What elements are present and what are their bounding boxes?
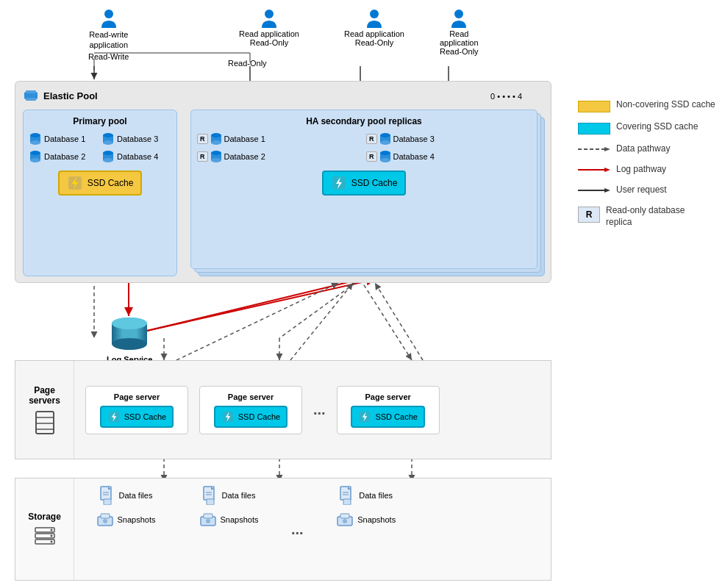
ha-pool-title: HA secondary pool replicas bbox=[197, 116, 531, 126]
readonly-bracket-label: Read-Only bbox=[228, 59, 267, 68]
primary-db-grid: Database 1 Database 3 bbox=[29, 132, 171, 163]
page-servers-label-col: Pageservers bbox=[15, 361, 74, 459]
read-app-2-group: Read application Read-Only bbox=[344, 7, 404, 47]
readwrite-app-group: Read-writeapplication Read-Write bbox=[88, 7, 129, 61]
legend-swatch-cyan bbox=[578, 123, 610, 135]
svg-rect-82 bbox=[101, 514, 110, 518]
legend-swatch-yellow bbox=[578, 101, 610, 112]
lightning-icon-primary bbox=[67, 176, 83, 190]
read-app-1-group: Read application Read-Only bbox=[239, 7, 299, 47]
server-icon bbox=[35, 410, 55, 435]
replica-range: 0 • • • • 4 bbox=[490, 92, 522, 101]
svg-point-24 bbox=[454, 10, 463, 18]
db2-label: Database 2 bbox=[44, 152, 85, 161]
svg-marker-99 bbox=[604, 147, 610, 151]
person-icon-r1 bbox=[258, 7, 280, 29]
cylinder-icon bbox=[110, 316, 150, 353]
legend-non-covering: Non-covering SSD cache bbox=[578, 99, 718, 112]
snapshots-1-label: Snapshots bbox=[118, 515, 156, 524]
ha-db-1: R Database 1 bbox=[197, 132, 362, 146]
page-servers-label: Pageservers bbox=[29, 385, 60, 406]
db-icon-2 bbox=[29, 150, 41, 163]
ha-db-icon-1 bbox=[210, 132, 222, 146]
legend-covering-text: Covering SSD cache bbox=[616, 121, 698, 133]
storage-dots: ... bbox=[291, 521, 304, 538]
read-app-1-label: Read application bbox=[239, 29, 299, 38]
page-server-2-title: Page server bbox=[228, 392, 274, 401]
files-1-label: Data files bbox=[119, 491, 153, 500]
snapshot-icon-2 bbox=[199, 511, 217, 528]
r-badge-1: R bbox=[197, 134, 208, 144]
elastic-pool-container: Elastic Pool Primary pool Database 1 bbox=[15, 81, 551, 283]
storage-col-2: Data files Snapshots bbox=[188, 486, 269, 528]
primary-ssd-label: SSD Cache bbox=[88, 178, 134, 188]
legend-non-covering-text: Non-covering SSD cache bbox=[616, 99, 715, 111]
svg-rect-87 bbox=[207, 499, 214, 505]
read-app-1-access: Read-Only bbox=[250, 38, 289, 47]
primary-db-3: Database 3 bbox=[102, 132, 171, 146]
page-server-2: Page server SSD Cache bbox=[199, 386, 302, 434]
legend-data-pathway: Data pathway bbox=[578, 143, 718, 155]
storage-col-1: Data files Snapshots bbox=[85, 486, 166, 528]
svg-point-36 bbox=[30, 158, 40, 162]
snapshots-2-label: Snapshots bbox=[221, 515, 259, 524]
files-2-label: Data files bbox=[222, 491, 256, 500]
read-app-3-access: Read-Only bbox=[440, 47, 479, 56]
ps3-ssd-label: SSD Cache bbox=[375, 412, 417, 421]
page-servers-section: Pageservers Page server bbox=[15, 360, 551, 459]
primary-db-2: Database 2 bbox=[29, 150, 98, 163]
db1-label: Database 1 bbox=[44, 135, 85, 143]
storage-files-1: Data files bbox=[99, 486, 153, 505]
svg-rect-26 bbox=[26, 90, 36, 93]
svg-point-90 bbox=[206, 519, 210, 523]
svg-marker-101 bbox=[604, 168, 610, 172]
legend-covering: Covering SSD cache bbox=[578, 121, 718, 135]
ps1-ssd-label: SSD Cache bbox=[124, 412, 166, 421]
svg-point-22 bbox=[265, 10, 274, 18]
ha-db-icon-2 bbox=[210, 150, 222, 163]
svg-point-44 bbox=[211, 140, 221, 145]
person-icon-rw bbox=[98, 7, 120, 29]
r-badge-2: R bbox=[197, 151, 208, 162]
elastic-pool-text: Elastic Pool bbox=[43, 90, 98, 101]
r-badge-4: R bbox=[366, 151, 377, 162]
storage-snapshots-1: Snapshots bbox=[96, 511, 156, 528]
legend-red-line bbox=[578, 164, 610, 176]
svg-point-33 bbox=[103, 140, 113, 145]
readwrite-access-label: Read-Write bbox=[88, 52, 129, 61]
file-icon-1 bbox=[99, 486, 115, 505]
lightning-icon-ps2 bbox=[221, 410, 235, 423]
ha-db-4: R Database 4 bbox=[366, 150, 531, 163]
svg-point-30 bbox=[30, 140, 40, 145]
ha-db-2: R Database 2 bbox=[197, 150, 362, 163]
ha-db2-label: Database 2 bbox=[224, 152, 265, 161]
svg-rect-80 bbox=[104, 499, 111, 505]
db-icon-3 bbox=[102, 132, 114, 146]
svg-point-75 bbox=[50, 535, 52, 537]
svg-point-23 bbox=[370, 10, 379, 18]
primary-ssd-cache: SSD Cache bbox=[58, 171, 143, 196]
diagram-area: Read-writeapplication Read-Write Read-On… bbox=[0, 0, 571, 588]
svg-point-53 bbox=[380, 158, 390, 162]
svg-line-19 bbox=[290, 283, 353, 360]
primary-pool-title: Primary pool bbox=[29, 116, 171, 126]
svg-point-60 bbox=[112, 318, 147, 329]
storage-snapshots-2: Snapshots bbox=[199, 511, 259, 528]
svg-marker-103 bbox=[604, 188, 610, 193]
read-app-3-group: Read application Read-Only bbox=[440, 7, 479, 56]
ha-ssd-cache: SSD Cache bbox=[322, 171, 407, 196]
dashed-line-svg bbox=[578, 145, 610, 154]
file-icon-3 bbox=[339, 486, 355, 505]
ha-pool-main: 0 • • • • 4 HA secondary pool replicas R… bbox=[190, 110, 538, 269]
person-icon-r3 bbox=[448, 7, 470, 29]
svg-line-9 bbox=[147, 279, 375, 331]
ha-pool-stack: 0 • • • • 4 HA secondary pool replicas R… bbox=[190, 110, 545, 276]
db3-label: Database 3 bbox=[117, 135, 158, 143]
snapshots-3-label: Snapshots bbox=[357, 515, 396, 524]
red-line-svg bbox=[578, 165, 610, 174]
black-line-svg bbox=[578, 186, 610, 195]
db4-label: Database 4 bbox=[117, 152, 158, 161]
page-server-1-title: Page server bbox=[114, 392, 160, 401]
svg-rect-89 bbox=[204, 514, 213, 518]
svg-point-59 bbox=[112, 338, 147, 350]
